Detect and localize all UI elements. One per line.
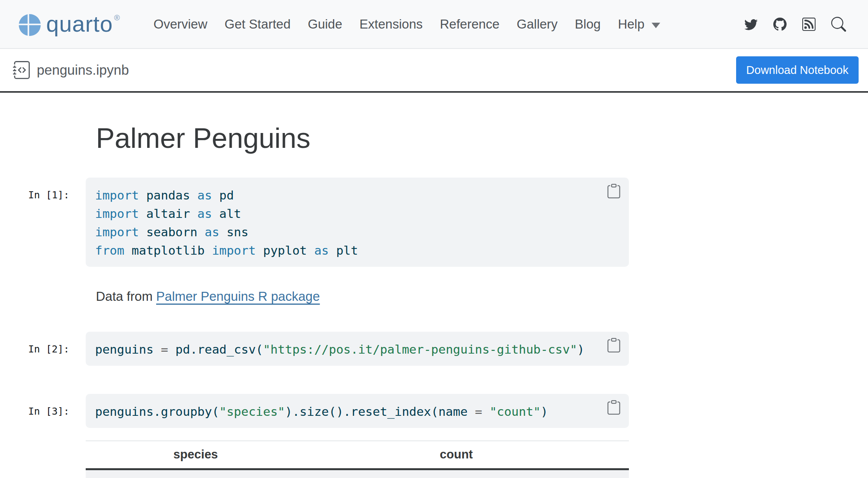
twitter-icon[interactable] bbox=[744, 18, 758, 31]
registered-mark: ® bbox=[114, 13, 120, 22]
code-line: import seaborn as sns bbox=[95, 223, 590, 241]
search-icon[interactable] bbox=[831, 17, 846, 32]
markdown-paragraph: Data from Palmer Penguins R package bbox=[96, 289, 868, 304]
copy-code-button[interactable] bbox=[607, 184, 621, 198]
cell-slot-1: In [1]:import pandas as pdimport altair … bbox=[0, 178, 868, 267]
nav-item-get-started[interactable]: Get Started bbox=[225, 17, 291, 32]
nav-item-guide[interactable]: Guide bbox=[308, 17, 342, 32]
code-block: penguins = pd.read_csv("https://pos.it/p… bbox=[86, 332, 629, 366]
nav-item-label: Guide bbox=[308, 17, 342, 32]
code-line: penguins.groupby("species").size().reset… bbox=[95, 403, 590, 421]
chevron-down-icon bbox=[652, 23, 660, 28]
nav-item-label: Get Started bbox=[225, 17, 291, 32]
notebook-file-bar: penguins.ipynb Download Notebook bbox=[0, 49, 868, 93]
table-cell bbox=[284, 469, 629, 478]
execution-count: In [3]: bbox=[28, 394, 68, 417]
copy-code-button[interactable] bbox=[607, 338, 621, 352]
nav-item-help[interactable]: Help bbox=[618, 17, 660, 32]
code-cell-row: In [3]:penguins.groupby("species").size(… bbox=[28, 394, 868, 428]
code-line: from matplotlib import pyplot as plt bbox=[95, 241, 590, 260]
clipboard-icon bbox=[607, 184, 621, 198]
code-line: import pandas as pd bbox=[95, 186, 590, 205]
code-line: import altair as alt bbox=[95, 205, 590, 223]
page-title: Palmer Penguins bbox=[96, 124, 868, 152]
nav-items: OverviewGet StartedGuideExtensionsRefere… bbox=[153, 17, 660, 32]
table-header-cell: count bbox=[284, 441, 629, 469]
table-cell bbox=[108, 469, 284, 478]
cell-slot-3: In [3]:penguins.groupby("species").size(… bbox=[0, 394, 868, 428]
nav-item-blog[interactable]: Blog bbox=[575, 17, 601, 32]
nav-item-label: Extensions bbox=[360, 17, 423, 32]
code-block: penguins.groupby("species").size().reset… bbox=[86, 394, 629, 428]
clipboard-icon bbox=[607, 338, 621, 352]
clipboard-icon bbox=[607, 400, 621, 415]
brand-name: quarto bbox=[46, 13, 113, 35]
nav-item-label: Overview bbox=[153, 17, 207, 32]
copy-code-button[interactable] bbox=[607, 400, 621, 415]
journal-code-icon bbox=[13, 61, 31, 79]
output-table: speciescount bbox=[86, 440, 629, 478]
download-notebook-button[interactable]: Download Notebook bbox=[736, 56, 859, 84]
notebook-content: Palmer Penguins In [1]:import pandas as … bbox=[0, 124, 868, 478]
nav-item-extensions[interactable]: Extensions bbox=[360, 17, 423, 32]
github-icon[interactable] bbox=[773, 18, 787, 31]
execution-count: In [1]: bbox=[28, 178, 68, 201]
code-cell-row: In [2]:penguins = pd.read_csv("https://p… bbox=[28, 332, 868, 366]
cell-slot-2: In [2]:penguins = pd.read_csv("https://p… bbox=[0, 332, 868, 366]
table-row bbox=[86, 469, 629, 478]
quarto-logo-icon bbox=[19, 14, 41, 36]
notebook-filename: penguins.ipynb bbox=[37, 62, 129, 78]
nav-item-label: Gallery bbox=[517, 17, 558, 32]
table-cell bbox=[86, 469, 108, 478]
nav-item-label: Reference bbox=[440, 17, 499, 32]
table-header-cell bbox=[86, 441, 108, 469]
nav-item-overview[interactable]: Overview bbox=[153, 17, 207, 32]
nav-item-label: Help bbox=[618, 17, 645, 32]
nav-item-label: Blog bbox=[575, 17, 601, 32]
paragraph-text: Data from bbox=[96, 289, 156, 304]
code-cell-row: In [1]:import pandas as pdimport altair … bbox=[28, 178, 868, 267]
rss-icon[interactable] bbox=[802, 18, 816, 31]
top-navbar: quarto ® OverviewGet StartedGuideExtensi… bbox=[0, 0, 868, 49]
code-line: penguins = pd.read_csv("https://pos.it/p… bbox=[95, 340, 590, 359]
execution-count: In [2]: bbox=[28, 332, 68, 355]
table-header-cell: species bbox=[108, 441, 284, 469]
palmer-penguins-package-link[interactable]: Palmer Penguins R package bbox=[156, 289, 320, 304]
table-header: speciescount bbox=[86, 441, 629, 469]
code-block: import pandas as pdimport altair as alti… bbox=[86, 178, 629, 267]
nav-icons bbox=[744, 17, 846, 32]
nav-item-reference[interactable]: Reference bbox=[440, 17, 499, 32]
quarto-logo[interactable]: quarto ® bbox=[19, 13, 120, 36]
nav-item-gallery[interactable]: Gallery bbox=[517, 17, 558, 32]
